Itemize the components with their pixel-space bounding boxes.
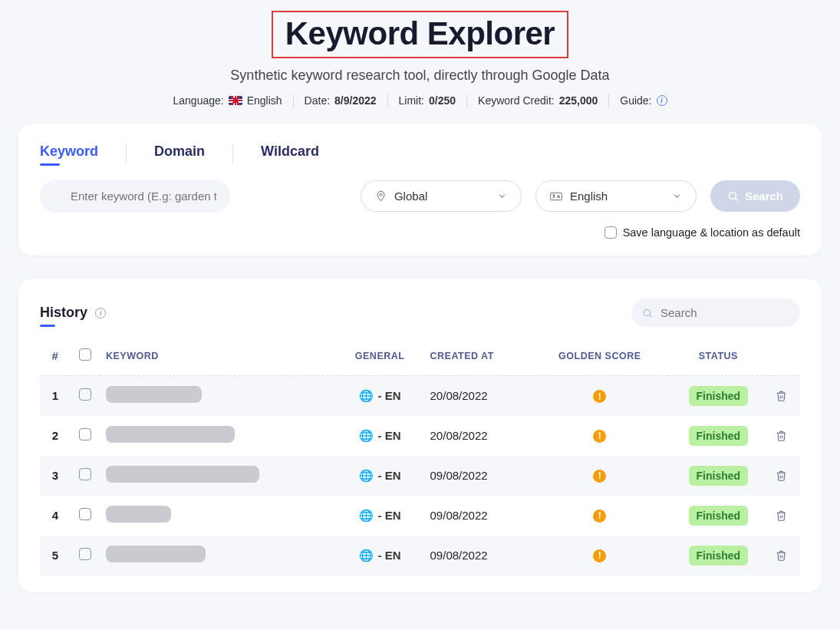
table-row[interactable]: 1🌐 - EN20/08/2022!Finished bbox=[40, 376, 800, 416]
row-status: Finished bbox=[667, 376, 769, 416]
tab-wildcard[interactable]: Wildcard bbox=[261, 143, 319, 164]
status-badge: Finished bbox=[689, 466, 749, 486]
chevron-down-icon bbox=[672, 191, 682, 201]
search-card: Keyword Domain Wildcard Global bbox=[18, 124, 822, 256]
chevron-down-icon bbox=[497, 191, 507, 201]
trash-icon[interactable] bbox=[776, 390, 794, 402]
col-golden: GOLDEN SCORE bbox=[532, 341, 667, 376]
row-general: 🌐 - EN bbox=[336, 416, 424, 456]
warning-icon: ! bbox=[593, 430, 606, 443]
col-select bbox=[71, 341, 100, 376]
row-keyword bbox=[100, 496, 336, 536]
search-row: Global English Search bbox=[40, 180, 800, 213]
history-table: # KEYWORD GENERAL CREATED AT GOLDEN SCOR… bbox=[40, 341, 800, 576]
meta-guide[interactable]: Guide: i bbox=[609, 94, 677, 107]
warning-icon: ! bbox=[593, 510, 606, 523]
row-keyword bbox=[100, 376, 336, 416]
page-header: Keyword Explorer Synthetic keyword resea… bbox=[0, 0, 840, 124]
globe-icon: 🌐 bbox=[359, 549, 374, 562]
search-icon bbox=[727, 190, 739, 202]
meta-bar: Language: English Date: 8/9/2022 Limit: … bbox=[0, 94, 840, 107]
warning-icon: ! bbox=[593, 390, 606, 403]
table-row[interactable]: 4🌐 - EN09/08/2022!Finished bbox=[40, 496, 800, 536]
trash-icon[interactable] bbox=[776, 510, 794, 522]
meta-credit-value: 225,000 bbox=[559, 94, 598, 107]
select-all-checkbox[interactable] bbox=[79, 348, 91, 361]
col-actions bbox=[769, 341, 800, 376]
svg-line-7 bbox=[650, 315, 652, 317]
row-keyword bbox=[100, 456, 336, 496]
col-keyword: KEYWORD bbox=[100, 341, 336, 376]
redacted-pill bbox=[106, 506, 171, 523]
row-checkbox[interactable] bbox=[79, 508, 91, 520]
meta-credit-label: Keyword Credit: bbox=[478, 94, 555, 107]
meta-language-label: Language: bbox=[173, 94, 223, 107]
search-icon bbox=[642, 308, 653, 318]
search-button-label: Search bbox=[745, 190, 783, 203]
row-checkbox[interactable] bbox=[79, 468, 91, 480]
history-search-input[interactable] bbox=[631, 299, 800, 327]
row-checkbox[interactable] bbox=[79, 548, 91, 560]
meta-credit: Keyword Credit: 225,000 bbox=[467, 94, 609, 107]
info-icon[interactable]: i bbox=[657, 95, 667, 106]
col-status: STATUS bbox=[667, 341, 769, 376]
meta-limit: Limit: 0/250 bbox=[388, 94, 468, 107]
svg-point-2 bbox=[380, 193, 382, 196]
row-keyword bbox=[100, 416, 336, 456]
trash-icon[interactable] bbox=[776, 470, 794, 482]
language-dropdown[interactable]: English bbox=[535, 180, 697, 212]
meta-date-value: 8/9/2022 bbox=[334, 94, 377, 107]
save-default-checkbox[interactable] bbox=[604, 226, 617, 239]
globe-icon: 🌐 bbox=[359, 389, 374, 403]
trash-icon[interactable] bbox=[776, 549, 794, 562]
row-index: 5 bbox=[40, 536, 71, 576]
meta-language[interactable]: Language: English bbox=[162, 94, 293, 107]
warning-icon: ! bbox=[593, 470, 606, 483]
row-status: Finished bbox=[667, 416, 769, 456]
globe-icon: 🌐 bbox=[359, 509, 374, 523]
meta-language-value: English bbox=[247, 94, 282, 107]
row-status: Finished bbox=[667, 456, 769, 496]
tab-keyword[interactable]: Keyword bbox=[40, 143, 127, 164]
keyword-input-wrap bbox=[40, 180, 347, 213]
tab-domain[interactable]: Domain bbox=[154, 143, 233, 164]
row-index: 2 bbox=[40, 416, 71, 456]
meta-date: Date: 8/9/2022 bbox=[294, 94, 388, 107]
row-index: 3 bbox=[40, 456, 71, 496]
svg-rect-3 bbox=[551, 193, 562, 200]
table-row[interactable]: 5🌐 - EN09/08/2022!Finished bbox=[40, 536, 800, 576]
title-highlight-box: Keyword Explorer bbox=[272, 11, 568, 58]
pin-icon bbox=[375, 190, 387, 202]
row-checkbox[interactable] bbox=[79, 388, 91, 401]
row-created: 20/08/2022 bbox=[424, 376, 532, 416]
row-checkbox[interactable] bbox=[79, 428, 91, 440]
redacted-pill bbox=[106, 546, 206, 562]
row-general: 🌐 - EN bbox=[336, 496, 424, 536]
row-created: 20/08/2022 bbox=[424, 416, 532, 456]
row-golden: ! bbox=[532, 536, 667, 576]
redacted-pill bbox=[106, 466, 259, 483]
meta-limit-label: Limit: bbox=[399, 94, 424, 107]
row-general: 🌐 - EN bbox=[336, 536, 424, 576]
search-button[interactable]: Search bbox=[710, 180, 800, 212]
page-subtitle: Synthetic keyword research tool, directl… bbox=[0, 68, 840, 84]
redacted-pill bbox=[106, 426, 235, 443]
row-status: Finished bbox=[667, 536, 769, 576]
status-badge: Finished bbox=[689, 546, 749, 566]
meta-limit-value: 0/250 bbox=[429, 94, 456, 107]
history-title: History i bbox=[40, 305, 106, 321]
language-value: English bbox=[570, 190, 608, 203]
keyword-input[interactable] bbox=[40, 180, 230, 213]
location-dropdown[interactable]: Global bbox=[361, 180, 522, 212]
trash-icon[interactable] bbox=[776, 430, 794, 442]
status-badge: Finished bbox=[689, 386, 749, 406]
translate-icon bbox=[550, 191, 562, 202]
table-row[interactable]: 3🌐 - EN09/08/2022!Finished bbox=[40, 456, 800, 496]
redacted-pill bbox=[106, 386, 202, 403]
table-row[interactable]: 2🌐 - EN20/08/2022!Finished bbox=[40, 416, 800, 456]
row-index: 4 bbox=[40, 496, 71, 536]
col-created: CREATED AT bbox=[424, 341, 532, 376]
row-golden: ! bbox=[532, 376, 667, 416]
info-icon[interactable]: i bbox=[95, 308, 106, 318]
svg-line-5 bbox=[735, 198, 737, 200]
